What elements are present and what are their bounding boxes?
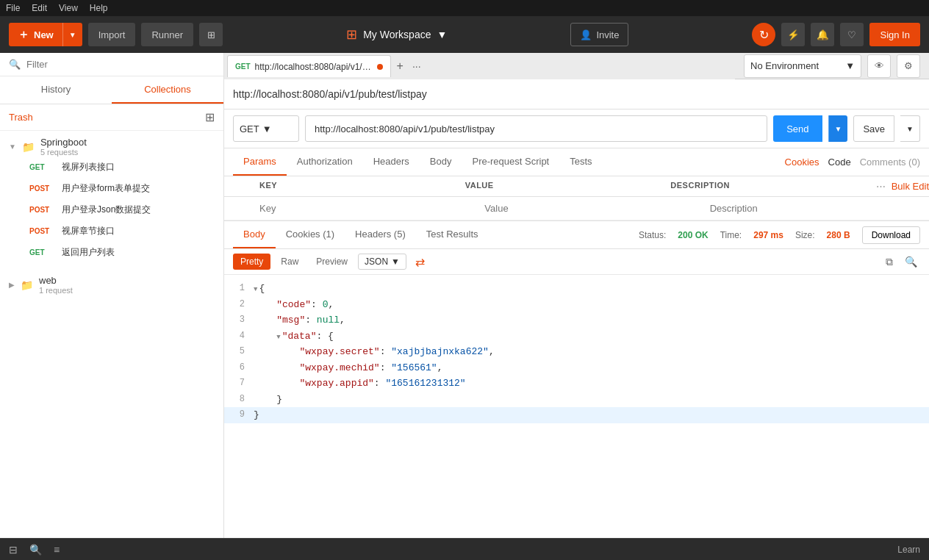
chevron-right-icon: ▶: [9, 281, 15, 289]
code-link[interactable]: Code: [828, 157, 851, 168]
menu-file[interactable]: File: [6, 3, 20, 13]
collection-name: Springboot: [40, 137, 87, 148]
comments-link[interactable]: Comments (0): [860, 157, 920, 168]
tab-body[interactable]: Body: [420, 148, 462, 176]
save-dropdown-button[interactable]: ▼: [900, 115, 920, 142]
bottom-bar: ⊟ 🔍 ≡ Learn: [0, 538, 929, 560]
copy-button[interactable]: ⧉: [883, 254, 896, 270]
bulk-edit-button[interactable]: Bulk Edit: [892, 181, 929, 192]
json-line-1: 1 ▼{: [224, 281, 929, 297]
list-item[interactable]: POST 视屏章节接口: [26, 220, 215, 242]
heart-button[interactable]: ♡: [840, 23, 864, 46]
format-right-actions: ⧉ 🔍: [883, 254, 920, 270]
cookies-link[interactable]: Cookies: [785, 157, 819, 168]
tab-pre-request[interactable]: Pre-request Script: [462, 148, 559, 176]
value-col-header: VALUE: [459, 181, 665, 192]
save-button[interactable]: Save: [853, 115, 894, 142]
tab-params[interactable]: Params: [233, 148, 287, 176]
tab-history[interactable]: History: [0, 76, 112, 104]
format-type-selector[interactable]: JSON ▼: [358, 254, 406, 270]
environment-selector[interactable]: No Environment ▼: [744, 54, 861, 78]
request-name: 视屏列表接口: [62, 161, 115, 173]
tab-url: http://localhost:8080/api/v1/pub...: [255, 62, 373, 72]
send-dropdown-button[interactable]: ▼: [828, 115, 848, 142]
list-item[interactable]: POST 用户登录Json数据提交: [26, 199, 215, 220]
params-more-icon[interactable]: ⋯: [876, 181, 886, 192]
json-line-4: 4 ▼"data": {: [224, 329, 929, 345]
format-raw[interactable]: Raw: [273, 254, 306, 270]
format-pretty[interactable]: Pretty: [233, 254, 270, 270]
menu-view[interactable]: View: [59, 3, 78, 13]
search-icon: 🔍: [9, 59, 21, 70]
learn-label: Learn: [897, 545, 920, 555]
menu-edit[interactable]: Edit: [32, 3, 47, 13]
env-manage-button[interactable]: ⚙: [897, 54, 920, 78]
size-label: Size:: [795, 230, 815, 240]
method-selector[interactable]: GET ▼: [233, 115, 299, 142]
interceptor-button[interactable]: ⚡: [781, 23, 805, 46]
url-input[interactable]: [305, 115, 767, 142]
collection-springboot-header[interactable]: ▼ 📁 Springboot 5 requests: [9, 137, 215, 157]
tab-tests[interactable]: Tests: [559, 148, 602, 176]
key-input[interactable]: [254, 200, 478, 217]
status-label: Status:: [639, 230, 666, 240]
res-tab-headers[interactable]: Headers (5): [345, 221, 416, 248]
new-tab-button[interactable]: +: [392, 60, 408, 73]
list-item[interactable]: POST 用户登录form表单提交: [26, 178, 215, 199]
value-input[interactable]: [478, 200, 703, 217]
method-badge-post: POST: [29, 227, 56, 235]
format-preview[interactable]: Preview: [309, 254, 355, 270]
sync-button[interactable]: ↻: [752, 23, 775, 46]
request-input-bar: GET ▼ Send ▼ Save ▼: [224, 110, 929, 148]
workspace-selector[interactable]: ⊞ My Workspace ▼: [346, 26, 447, 43]
env-settings-button[interactable]: 👁: [867, 54, 891, 78]
invite-button[interactable]: 👤 Invite: [570, 23, 628, 46]
new-button[interactable]: ＋ New ▼: [9, 23, 82, 46]
new-label: New: [34, 29, 54, 40]
res-tab-cookies[interactable]: Cookies (1): [276, 221, 345, 248]
res-tab-body[interactable]: Body: [233, 221, 276, 248]
download-button[interactable]: Download: [862, 226, 920, 244]
request-name: 视屏章节接口: [62, 225, 115, 237]
request-name: 用户登录Json数据提交: [62, 204, 151, 216]
menu-help[interactable]: Help: [90, 3, 108, 13]
notifications-button[interactable]: 🔔: [811, 23, 834, 46]
bottom-right: Learn: [897, 545, 920, 555]
wrap-text-button[interactable]: ⇄: [415, 255, 425, 269]
sidebar-icon[interactable]: ≡: [54, 544, 60, 556]
tab-authorization[interactable]: Authorization: [287, 148, 363, 176]
list-item[interactable]: GET 返回用户列表: [26, 242, 215, 263]
search-response-button[interactable]: 🔍: [902, 254, 920, 269]
desc-input[interactable]: [704, 200, 929, 217]
res-tab-test-results[interactable]: Test Results: [416, 221, 489, 248]
tab-headers[interactable]: Headers: [363, 148, 420, 176]
chevron-down-icon: ▼: [9, 143, 16, 151]
new-dropdown-arrow[interactable]: ▼: [62, 23, 82, 46]
add-folder-button[interactable]: ⊞: [205, 110, 215, 124]
folder-icon: 📁: [22, 141, 35, 153]
tab-collections[interactable]: Collections: [112, 76, 223, 104]
params-header: KEY VALUE DESCRIPTION ⋯ Bulk Edit: [224, 176, 929, 197]
import-button[interactable]: Import: [88, 23, 136, 46]
json-line-8: 8 }: [224, 392, 929, 408]
request-tab[interactable]: GET http://localhost:8080/api/v1/pub...: [227, 55, 391, 77]
menu-bar: File Edit View Help: [0, 0, 929, 16]
trash-button[interactable]: Trash: [9, 112, 33, 123]
find-icon[interactable]: 🔍: [29, 544, 42, 556]
json-line-7: 7 "wxpay.appid": "165161231312": [224, 376, 929, 392]
invite-icon: 👤: [580, 29, 592, 40]
toolbar-right: ↻ ⚡ 🔔 ♡ Sign In: [752, 23, 919, 46]
layout-button[interactable]: ⊞: [199, 23, 223, 46]
collection-web-header[interactable]: ▶ 📁 web 1 request: [9, 275, 215, 295]
sign-in-button[interactable]: Sign In: [869, 23, 919, 46]
filter-input[interactable]: [26, 59, 215, 70]
console-icon[interactable]: ⊟: [9, 544, 18, 556]
content-area: GET http://localhost:8080/api/v1/pub... …: [224, 53, 929, 560]
more-tabs-button[interactable]: ···: [409, 60, 424, 72]
runner-button[interactable]: Runner: [141, 23, 193, 46]
send-button[interactable]: Send: [773, 115, 822, 142]
sidebar-content: ▼ 📁 Springboot 5 requests GET 视屏列表接口 POS…: [0, 131, 223, 560]
time-value: 297 ms: [753, 230, 783, 240]
list-item[interactable]: GET 视屏列表接口: [26, 157, 215, 178]
json-viewer: 1 ▼{ 2 "code": 0, 3 "msg": null, 4 ▼"dat…: [224, 275, 929, 560]
